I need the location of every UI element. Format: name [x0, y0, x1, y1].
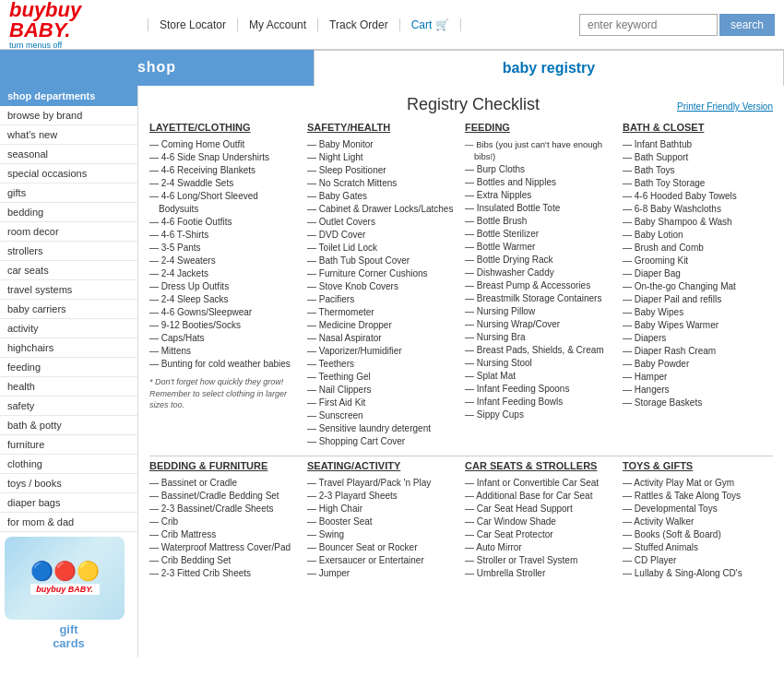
- list-item: Car Seat Head Support: [465, 503, 615, 515]
- sidebar-item-new[interactable]: what's new: [0, 125, 137, 145]
- page-title: Registry Checklist: [269, 95, 677, 114]
- sidebar-item-toys[interactable]: toys / books: [0, 474, 137, 493]
- list-item: 2-4 Jackets: [149, 267, 300, 280]
- list-item: 4-6 Long/Short Sleeved Bodysuits: [149, 190, 300, 216]
- list-item: Stuffed Animals: [623, 541, 773, 554]
- sidebar-item-safety[interactable]: safety: [0, 397, 137, 416]
- sidebar-item-carseats[interactable]: car seats: [0, 261, 137, 280]
- checklist-grid: LAYETTE/CLOTHING Coming Home Outfit 4-6 …: [149, 122, 773, 580]
- sidebar-item-clothing[interactable]: clothing: [0, 455, 137, 474]
- list-item: Bunting for cold weather babies: [149, 358, 300, 371]
- list-item: Cabinet & Drawer Locks/Latches: [307, 203, 457, 216]
- printer-friendly-link[interactable]: Printer Friendly Version: [677, 101, 773, 112]
- list-item: 2-4 Sweaters: [149, 255, 300, 267]
- list-item: Diaper Pail and refills: [623, 293, 773, 306]
- list-item: Crib Mattress: [149, 528, 300, 541]
- sidebar-item-bedding[interactable]: bedding: [0, 203, 137, 222]
- logo-area: buybuy BABY. turn menus off: [9, 0, 148, 50]
- sidebar-item-travel[interactable]: travel systems: [0, 280, 137, 300]
- cart-icon: 🛒: [435, 18, 449, 31]
- list-item: Rattles & Take Along Toys: [623, 490, 773, 503]
- sidebar-item-health[interactable]: health: [0, 377, 137, 397]
- logo: buybuy BABY.: [9, 0, 148, 41]
- carseats-header: CAR SEATS & STROLLERS: [465, 460, 615, 473]
- bedding-column: BEDDING & FURNITURE Bassinet or Cradle B…: [149, 460, 300, 580]
- list-item: Diaper Bag: [623, 267, 773, 280]
- list-item: Hangers: [623, 384, 773, 397]
- list-item: Nursing Pillow: [465, 305, 615, 318]
- list-item: Sleep Positioner: [307, 164, 457, 177]
- list-item: Breast Pump & Accessories: [465, 279, 615, 292]
- layette-note: * Don't forget how quickly they grow! Re…: [149, 376, 300, 411]
- sidebar-item-activity[interactable]: activity: [0, 319, 137, 338]
- toys-header: TOYS & GIFTS: [623, 460, 773, 473]
- sidebar-item-seasonal[interactable]: seasonal: [0, 145, 137, 164]
- list-item: 3-5 Pants: [149, 242, 300, 255]
- list-item: Nursing Bra: [465, 331, 615, 344]
- list-item: Auto Mirror: [465, 541, 615, 554]
- list-item: Baby Powder: [623, 358, 773, 371]
- list-item: Storage Baskets: [623, 397, 773, 409]
- list-item: Nail Clippers: [307, 384, 457, 397]
- tab-bar: shop baby registry: [0, 50, 784, 86]
- list-item: Stove Knob Covers: [307, 280, 457, 293]
- tab-shop[interactable]: shop: [0, 50, 314, 86]
- my-account-link[interactable]: My Account: [238, 18, 318, 31]
- sidebar-item-carriers[interactable]: baby carriers: [0, 300, 137, 319]
- list-item: Umbrella Stroller: [465, 567, 615, 580]
- list-item: 4-6 T-Shirts: [149, 229, 300, 242]
- sidebar-item-special[interactable]: special occasions: [0, 164, 137, 184]
- search-input[interactable]: [579, 14, 718, 36]
- section-divider: [149, 456, 773, 456]
- nav-links: Store Locator My Account Track Order Car…: [148, 18, 570, 31]
- sidebar-item-gifts[interactable]: gifts: [0, 184, 137, 203]
- seating-column: SEATING/ACTIVITY Travel Playard/Pack 'n …: [307, 460, 457, 580]
- feeding-column: FEEDING Bibs (you just can't have enough…: [465, 122, 615, 448]
- list-item: Books (Soft & Board): [623, 528, 773, 541]
- seating-header: SEATING/ACTIVITY: [307, 460, 457, 473]
- list-item: Bath Toy Storage: [623, 177, 773, 190]
- sidebar-item-feeding[interactable]: feeding: [0, 358, 137, 377]
- list-item: 4-6 Hooded Baby Towels: [623, 190, 773, 203]
- list-item: Furniture Corner Cushions: [307, 267, 457, 280]
- sidebar-item-highchairs[interactable]: highchairs: [0, 338, 137, 358]
- list-item: Baby Shampoo & Wash: [623, 216, 773, 229]
- tab-registry[interactable]: baby registry: [314, 50, 784, 86]
- list-item: 2-3 Bassinet/Cradle Sheets: [149, 503, 300, 515]
- store-locator-link[interactable]: Store Locator: [148, 18, 238, 31]
- list-item: 4-6 Gowns/Sleepwear: [149, 306, 300, 319]
- list-item: No Scratch Mittens: [307, 177, 457, 190]
- search-button[interactable]: search: [719, 14, 775, 36]
- cart-link[interactable]: Cart 🛒: [400, 18, 461, 31]
- list-item: Activity Play Mat or Gym: [623, 477, 773, 490]
- sidebar-item-bath[interactable]: bath & potty: [0, 416, 137, 435]
- sidebar-item-browse[interactable]: browse by brand: [0, 106, 137, 125]
- list-item: Outlet Covers: [307, 216, 457, 229]
- list-item: Bassinet/Cradle Bedding Set: [149, 490, 300, 503]
- list-item: Coming Home Outfit: [149, 138, 300, 151]
- list-item: Bottle Drying Rack: [465, 254, 615, 267]
- logo-subtitle[interactable]: turn menus off: [9, 41, 148, 50]
- sidebar-item-furniture[interactable]: furniture: [0, 435, 137, 455]
- list-item: Additional Base for Car Seat: [465, 490, 615, 503]
- search-area: search: [579, 14, 775, 36]
- track-order-link[interactable]: Track Order: [318, 18, 400, 31]
- list-item: Vaporizer/Humidifier: [307, 345, 457, 358]
- list-item: Sunscreen: [307, 409, 457, 422]
- list-item: Infant Bathtub: [623, 138, 773, 151]
- safety-column: SAFETY/HEALTH Baby Monitor Night Light S…: [307, 122, 457, 448]
- list-item: On-the-go Changing Mat: [623, 280, 773, 293]
- sidebar-item-diaperbags[interactable]: diaper bags: [0, 493, 137, 513]
- list-item: Brush and Comb: [623, 242, 773, 255]
- list-item: DVD Cover: [307, 229, 457, 242]
- list-item: Toilet Lid Lock: [307, 242, 457, 255]
- sidebar-item-decor[interactable]: room decor: [0, 222, 137, 242]
- list-item: Dress Up Outfits: [149, 280, 300, 293]
- list-item: Diaper Rash Cream: [623, 345, 773, 358]
- list-item: Baby Lotion: [623, 229, 773, 242]
- list-item: Grooming Kit: [623, 255, 773, 267]
- sidebar-item-mom[interactable]: for mom & dad: [0, 513, 137, 532]
- sidebar-item-strollers[interactable]: strollers: [0, 242, 137, 261]
- list-item: Infant or Convertible Car Seat: [465, 477, 615, 490]
- bedding-header: BEDDING & FURNITURE: [149, 460, 300, 473]
